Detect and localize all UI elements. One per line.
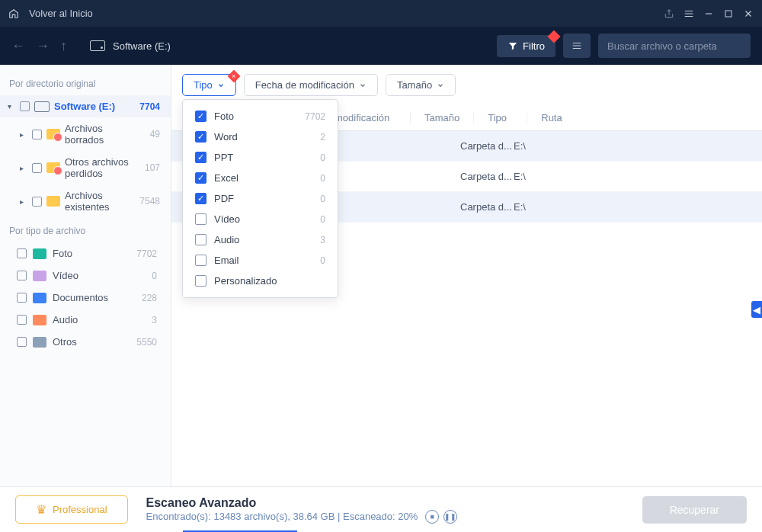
dropdown-label: PDF bbox=[214, 193, 312, 204]
type-dropdown: ✓ Foto 7702 ✓ Word 2 ✓ PPT 0 ✓ Excel 0 ✓… bbox=[182, 99, 338, 298]
cell-type: Carpeta d... bbox=[460, 201, 514, 213]
cell-path: E:\ bbox=[514, 171, 751, 182]
type-count: 3 bbox=[137, 315, 160, 325]
dropdown-count: 7702 bbox=[305, 111, 325, 122]
back-home-link[interactable]: Volver al Inicio bbox=[29, 8, 93, 19]
filter-button[interactable]: Filtro bbox=[497, 35, 555, 57]
th-path[interactable]: Ruta bbox=[541, 112, 738, 123]
dropdown-item[interactable]: ✓ Excel 0 bbox=[183, 168, 338, 188]
preview-panel-handle[interactable]: ◀ bbox=[751, 301, 762, 318]
stop-scan-button[interactable]: ■ bbox=[425, 510, 439, 524]
tree-child[interactable]: ▸ Otros archivos perdidos 107 bbox=[0, 151, 171, 184]
expand-icon[interactable]: ▸ bbox=[20, 164, 27, 172]
home-icon[interactable] bbox=[8, 8, 20, 20]
dropdown-count: 2 bbox=[320, 132, 325, 143]
dropdown-item[interactable]: ✓ PDF 0 bbox=[183, 188, 338, 209]
tree-count: 7548 bbox=[139, 196, 163, 207]
checkbox[interactable]: ✓ bbox=[195, 131, 207, 143]
filter-chip-date[interactable]: Fecha de modificación bbox=[244, 74, 378, 96]
path-label: Software (E:) bbox=[113, 40, 171, 52]
filter-chip-size[interactable]: Tamaño bbox=[386, 74, 456, 96]
filter-badge-icon bbox=[548, 30, 561, 43]
dropdown-label: Personalizado bbox=[214, 275, 318, 287]
search-box[interactable] bbox=[598, 34, 751, 58]
view-list-button[interactable] bbox=[563, 34, 591, 58]
dropdown-item[interactable]: ✓ PPT 0 bbox=[183, 147, 338, 168]
dropdown-label: PPT bbox=[214, 152, 312, 163]
tree-child[interactable]: ▸ Archivos existentes 7548 bbox=[0, 184, 171, 218]
tree-label: Software (E:) bbox=[54, 101, 135, 112]
checkbox[interactable] bbox=[32, 197, 42, 207]
drive-icon bbox=[34, 101, 50, 112]
filter-chip-label: Tipo bbox=[194, 79, 213, 91]
checkbox[interactable] bbox=[195, 234, 207, 245]
type-item[interactable]: Vídeo 0 bbox=[0, 264, 171, 287]
dropdown-item[interactable]: Personalizado bbox=[183, 271, 338, 291]
dropdown-item[interactable]: ✓ Word 2 bbox=[183, 127, 338, 147]
checkbox[interactable]: ✓ bbox=[195, 111, 207, 122]
video-icon bbox=[33, 271, 46, 281]
dropdown-label: Email bbox=[214, 255, 312, 266]
folder-icon bbox=[46, 129, 60, 139]
path-breadcrumb[interactable]: Software (E:) bbox=[90, 40, 171, 52]
maximize-icon[interactable] bbox=[722, 8, 735, 20]
expand-icon[interactable]: ▸ bbox=[20, 197, 27, 206]
type-item[interactable]: Otros 5550 bbox=[0, 331, 171, 353]
nav-back-icon[interactable]: ← bbox=[11, 38, 25, 54]
pause-scan-button[interactable]: ❚❚ bbox=[443, 510, 457, 524]
type-label: Otros bbox=[53, 336, 130, 348]
dropdown-item[interactable]: Vídeo 0 bbox=[183, 209, 338, 229]
checkbox[interactable] bbox=[17, 337, 27, 347]
filter-chip-label: Fecha de modificación bbox=[255, 79, 354, 91]
crown-icon: ♛ bbox=[36, 502, 46, 517]
tree-count: 107 bbox=[140, 162, 163, 173]
nav-up-icon[interactable]: ↑ bbox=[60, 38, 67, 54]
filter-chip-label: Tamaño bbox=[397, 79, 432, 91]
type-item[interactable]: Documentos 228 bbox=[0, 287, 171, 309]
chevron-down-icon bbox=[217, 82, 225, 89]
checkbox[interactable] bbox=[195, 255, 207, 266]
dropdown-count: 0 bbox=[320, 214, 325, 225]
checkbox[interactable] bbox=[32, 163, 42, 173]
share-icon[interactable] bbox=[663, 8, 675, 20]
type-item[interactable]: Audio 3 bbox=[0, 309, 171, 331]
th-type[interactable]: Tipo bbox=[488, 112, 527, 123]
minimize-icon[interactable] bbox=[703, 8, 715, 20]
tree-label: Otros archivos perdidos bbox=[65, 156, 136, 179]
recover-button[interactable]: Recuperar bbox=[642, 496, 747, 524]
expand-icon[interactable]: ▸ bbox=[20, 130, 27, 139]
tree-child[interactable]: ▸ Archivos borrados 49 bbox=[0, 117, 171, 151]
dropdown-item[interactable]: ✓ Foto 7702 bbox=[183, 106, 338, 127]
th-modification[interactable]: modificación bbox=[335, 112, 411, 123]
checkbox[interactable] bbox=[32, 130, 42, 139]
filter-chip-type[interactable]: Tipo bbox=[182, 74, 236, 96]
menu-icon[interactable] bbox=[683, 8, 695, 20]
filter-button-label: Filtro bbox=[523, 40, 545, 52]
tree-root[interactable]: ▾ Software (E:) 7704 bbox=[0, 95, 171, 117]
type-label: Foto bbox=[53, 248, 130, 259]
tree-count: 7704 bbox=[139, 101, 163, 112]
chevron-down-icon bbox=[437, 82, 444, 89]
close-icon[interactable] bbox=[742, 8, 754, 20]
expand-icon[interactable]: ▾ bbox=[8, 102, 15, 111]
type-label: Vídeo bbox=[53, 270, 131, 281]
professional-button[interactable]: ♛ Professional bbox=[15, 495, 128, 524]
checkbox[interactable] bbox=[17, 315, 27, 325]
checkbox[interactable] bbox=[195, 275, 207, 287]
checkbox[interactable] bbox=[195, 213, 207, 225]
checkbox[interactable]: ✓ bbox=[195, 152, 207, 163]
dropdown-label: Excel bbox=[214, 172, 312, 184]
search-input[interactable] bbox=[607, 40, 735, 52]
chip-active-badge-icon[interactable] bbox=[227, 70, 240, 83]
checkbox[interactable] bbox=[17, 248, 27, 258]
type-item[interactable]: Foto 7702 bbox=[0, 242, 171, 264]
nav-forward-icon[interactable]: → bbox=[36, 38, 50, 54]
checkbox[interactable] bbox=[20, 101, 30, 111]
dropdown-item[interactable]: Email 0 bbox=[183, 250, 338, 271]
checkbox[interactable] bbox=[17, 293, 27, 303]
checkbox[interactable] bbox=[17, 271, 27, 280]
checkbox[interactable]: ✓ bbox=[195, 193, 207, 204]
th-size[interactable]: Tamaño bbox=[424, 112, 474, 123]
dropdown-item[interactable]: Audio 3 bbox=[183, 229, 338, 250]
checkbox[interactable]: ✓ bbox=[195, 172, 207, 184]
